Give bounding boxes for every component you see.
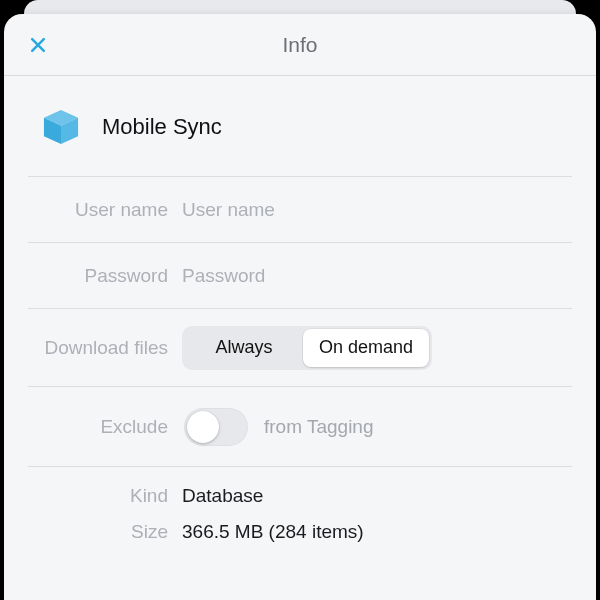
password-label: Password	[28, 265, 168, 287]
exclude-tagging-switch[interactable]	[184, 408, 248, 446]
item-name: Mobile Sync	[102, 114, 222, 140]
download-files-row: Download files Always On demand	[28, 308, 572, 386]
download-files-label: Download files	[28, 337, 168, 359]
sheet-title: Info	[282, 33, 317, 57]
kind-label: Kind	[28, 485, 168, 507]
kind-value: Database	[182, 485, 263, 507]
password-row: Password	[28, 242, 572, 308]
exclude-label-after: from Tagging	[264, 416, 374, 438]
database-cube-icon	[40, 106, 82, 148]
exclude-row: Exclude from Tagging	[28, 386, 572, 466]
size-value: 366.5 MB (284 items)	[182, 521, 364, 543]
close-icon	[28, 35, 48, 55]
download-files-segmented: Always On demand	[182, 326, 432, 370]
sheet-header: Info	[4, 14, 596, 76]
segment-always[interactable]: Always	[185, 329, 303, 367]
size-row: Size 366.5 MB (284 items)	[28, 507, 572, 543]
username-label: User name	[28, 199, 168, 221]
kind-row: Kind Database	[28, 466, 572, 507]
info-sheet: Info Mobile Sync User name Password Down…	[4, 14, 596, 600]
username-input[interactable]	[182, 199, 572, 221]
item-title-row: Mobile Sync	[4, 76, 596, 176]
close-button[interactable]	[24, 31, 52, 59]
exclude-label-before: Exclude	[28, 416, 168, 438]
password-input[interactable]	[182, 265, 572, 287]
username-row: User name	[28, 176, 572, 242]
segment-on-demand[interactable]: On demand	[303, 329, 429, 367]
switch-knob	[187, 411, 219, 443]
size-label: Size	[28, 521, 168, 543]
